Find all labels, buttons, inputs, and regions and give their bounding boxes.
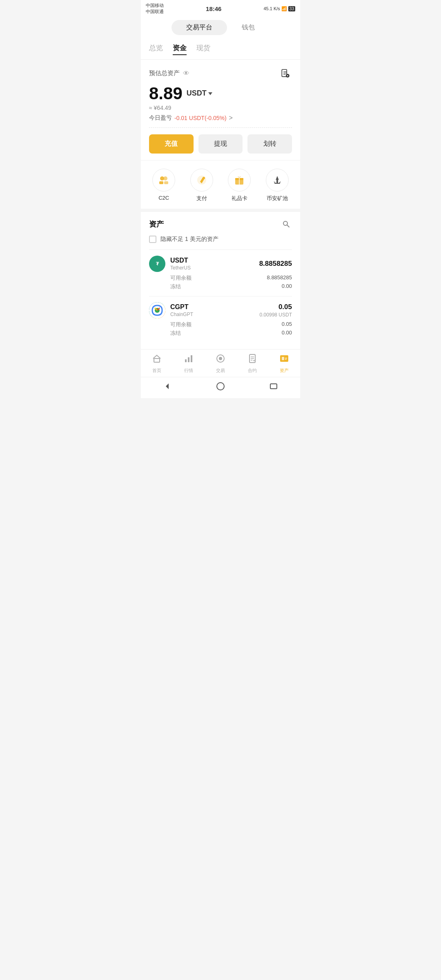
assets-section: 资产 隐藏不足 1 美元的资产 ₮ USDT Tet [141,212,300,349]
cgpt-left: CGPT ChainGPT [149,302,193,318]
svg-rect-32 [282,357,284,360]
approx-value: ≈ ¥64.49 [149,105,292,111]
asset-header: 预估总资产 👁 8.89 USDT ≈ ¥64.49 今日盈亏 -0.01 US… [141,60,300,160]
assets-icon [279,354,289,366]
usdt-amount: 8.8858285 [259,260,292,268]
pnl-row: 今日盈亏 -0.01 USDT(-0.05%) > [149,114,292,128]
nav-home[interactable]: 首页 [145,354,169,374]
quick-pay[interactable]: 支付 [190,169,213,202]
nav-assets-label: 资产 [280,368,289,374]
withdraw-button[interactable]: 提现 [198,134,243,154]
system-nav [141,377,300,398]
svg-rect-33 [285,358,287,359]
svg-point-3 [163,176,167,180]
sub-nav-spot[interactable]: 现货 [196,43,210,55]
asset-title: 预估总资产 👁 [149,69,189,77]
svg-rect-37 [270,384,277,389]
quick-pool[interactable]: 币安矿池 [266,169,289,202]
hide-assets-label: 隐藏不足 1 美元的资产 [160,236,218,243]
usdt-row-top: ₮ USDT TetherUS 8.8858285 [149,256,292,272]
trade-icon [216,354,225,366]
nav-contract-label: 合约 [248,368,257,374]
svg-rect-24 [188,357,189,362]
currency-chevron [208,92,212,95]
total-amount: 8.89 USDT [149,84,292,103]
usdt-icon: ₮ [149,256,165,272]
deposit-button[interactable]: 充值 [149,134,194,154]
cgpt-details: 可用余额 0.05 冻结 0.00 [170,321,292,337]
status-bar: 中国移动 中国联通 18:46 45.1 K/s 📶 33 [141,0,300,17]
bottom-nav: 首页 行情 交易 合约 资产 [141,349,300,377]
currency-selector[interactable]: USDT [187,89,212,98]
pool-label: 币安矿池 [267,195,288,202]
nav-market[interactable]: 行情 [176,354,201,374]
cgpt-frozen-row: 冻结 0.00 [170,330,292,337]
giftcard-icon [228,169,251,192]
eye-icon[interactable]: 👁 [183,70,189,77]
home-button[interactable] [216,381,225,392]
tab-trading-platform[interactable]: 交易平台 [172,20,227,35]
hide-checkbox-row: 隐藏不足 1 美元的资产 [149,236,292,243]
svg-rect-12 [276,179,278,183]
action-buttons: 充值 提现 划转 [149,134,292,154]
svg-rect-23 [185,359,187,362]
svg-point-27 [219,357,222,360]
hide-assets-checkbox[interactable] [149,236,156,243]
nav-assets[interactable]: 资产 [272,354,296,374]
usdt-name: USDT TetherUS [170,257,191,271]
back-button[interactable] [163,381,172,392]
svg-rect-25 [191,355,192,362]
svg-line-17 [287,225,289,227]
svg-point-7 [203,177,205,179]
usdt-available-row: 可用余额 8.8858285 [170,274,292,282]
svg-marker-35 [166,383,169,389]
svg-point-36 [217,383,224,390]
cgpt-available-row: 可用余额 0.05 [170,321,292,328]
svg-rect-34 [285,359,287,360]
pool-icon [266,169,289,192]
contract-icon [247,354,257,366]
cgpt-row-top: CGPT ChainGPT 0.05 0.00998 USDT [149,302,292,318]
nav-contract[interactable]: 合约 [240,354,265,374]
transfer-button[interactable]: 划转 [247,134,292,154]
nav-trade-label: 交易 [216,368,225,374]
svg-text:₮: ₮ [156,261,159,266]
svg-rect-22 [154,359,160,362]
home-icon [152,354,162,366]
quick-c2c[interactable]: C2C [152,169,175,202]
top-tab-bar: 交易平台 钱包 [141,17,300,39]
search-button[interactable] [281,218,292,230]
signal-info: 45.1 K/s 📶 33 [264,6,295,11]
cgpt-amount: 0.05 0.00998 USDT [260,303,292,318]
c2c-label: C2C [158,195,169,201]
cgpt-name: CGPT ChainGPT [170,303,193,317]
sub-nav-funds[interactable]: 资金 [173,43,187,55]
svg-rect-4 [159,181,163,184]
asset-cgpt: CGPT ChainGPT 0.05 0.00998 USDT 可用余额 0.0… [149,296,292,343]
asset-usdt: ₮ USDT TetherUS 8.8858285 可用余额 8.8858285… [149,249,292,296]
cgpt-icon [149,302,165,318]
pay-label: 支付 [196,195,207,202]
c2c-icon [152,169,175,192]
usdt-frozen-row: 冻结 0.00 [170,283,292,290]
market-icon [184,354,194,366]
carrier-info: 中国移动 中国联通 [146,2,164,15]
sub-nav-overview[interactable]: 总览 [149,43,163,55]
asset-title-row: 预估总资产 👁 [149,67,292,80]
giftcard-label: 礼品卡 [232,195,247,202]
tab-wallet[interactable]: 钱包 [227,20,270,35]
nav-trade[interactable]: 交易 [208,354,233,374]
pay-icon [190,169,213,192]
quick-giftcard[interactable]: 礼品卡 [228,169,251,202]
svg-rect-5 [164,181,168,184]
nav-market-label: 行情 [184,368,193,374]
pnl-arrow[interactable]: > [229,114,233,122]
usdt-left: ₮ USDT TetherUS [149,256,191,272]
assets-title: 资产 [149,219,164,229]
report-icon[interactable] [279,67,292,80]
assets-header: 资产 [149,218,292,230]
clock: 18:46 [206,5,221,12]
recents-button[interactable] [269,381,278,392]
quick-icons: C2C 支付 礼品卡 [141,160,300,212]
usdt-details: 可用余额 8.8858285 冻结 0.00 [170,274,292,290]
